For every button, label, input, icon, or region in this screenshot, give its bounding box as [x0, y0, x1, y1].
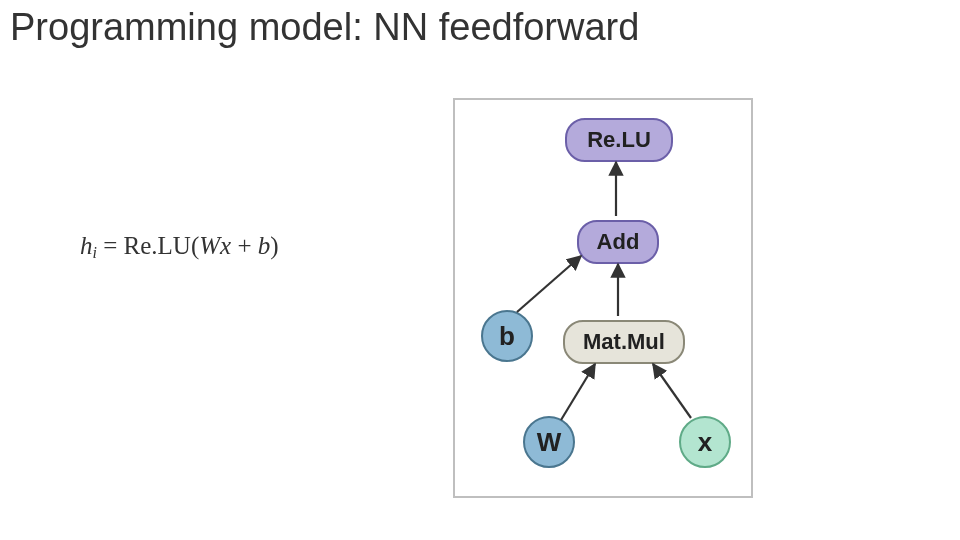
node-add: Add — [577, 220, 659, 264]
eq-fn: Re.LU — [124, 232, 191, 259]
equation: hi = Re.LU(Wx + b) — [80, 232, 279, 262]
node-W: W — [523, 416, 575, 468]
eq-close: ) — [270, 232, 278, 259]
eq-eq: = — [97, 232, 124, 259]
eq-x: x — [220, 232, 231, 259]
eq-open: ( — [191, 232, 199, 259]
eq-plus: + — [231, 232, 258, 259]
slide-title: Programming model: NN feedforward — [10, 6, 639, 49]
node-x: x — [679, 416, 731, 468]
node-b: b — [481, 310, 533, 362]
eq-lhs-var: h — [80, 232, 93, 259]
eq-b: b — [258, 232, 271, 259]
node-matmul: Mat.Mul — [563, 320, 685, 364]
node-relu: Re.LU — [565, 118, 673, 162]
computation-graph-box: Re.LU Add Mat.Mul b W x — [453, 98, 753, 498]
eq-W: W — [199, 232, 220, 259]
